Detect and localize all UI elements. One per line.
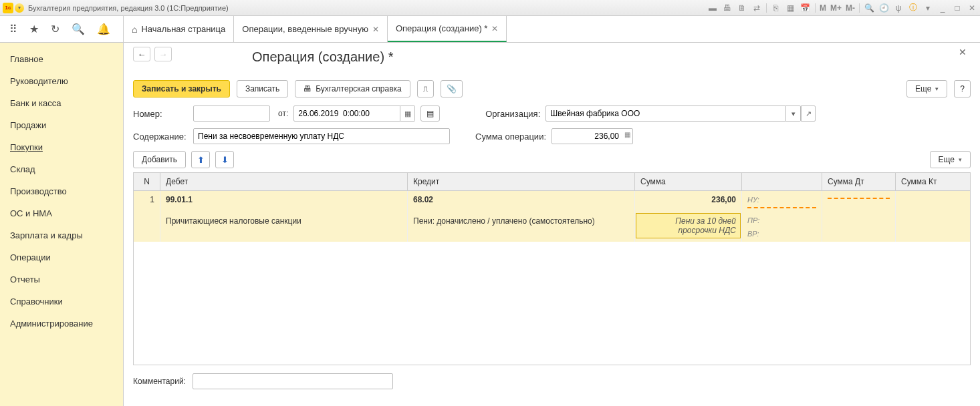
app-menu-dropdown[interactable]: ▾ <box>15 3 24 13</box>
comment-label: Комментарий: <box>133 377 186 386</box>
maximize-icon[interactable]: □ <box>952 3 963 13</box>
tab-home[interactable]: ⌂ Начальная страница <box>124 16 234 42</box>
org-open-icon[interactable]: ↗ <box>801 106 816 122</box>
dashed-underline <box>828 198 890 199</box>
calendar-picker-icon[interactable]: ▦ <box>400 106 415 122</box>
calculator-icon[interactable]: ▦ <box>785 3 796 13</box>
memory-m-minus[interactable]: M- <box>846 3 855 13</box>
sidebar-item-purchases[interactable]: Покупки <box>0 136 123 158</box>
dropdown-icon[interactable]: ▾ <box>923 3 933 13</box>
close-icon[interactable]: ✕ <box>491 24 498 33</box>
cell-credit-account[interactable]: 68.02 <box>408 191 635 212</box>
calendar-icon[interactable]: 📅 <box>800 3 811 13</box>
nav-back-button[interactable]: ← <box>133 47 150 61</box>
sidebar-item-dictionaries[interactable]: Справочники <box>0 290 123 313</box>
org-input[interactable] <box>545 106 786 122</box>
date-input[interactable] <box>293 106 400 122</box>
sidebar-item-bank[interactable]: Банк и касса <box>0 92 123 114</box>
cell-credit-subconto[interactable]: Пени: доначислено / уплачено (самостояте… <box>408 212 635 242</box>
main-toolbar: ⠿ ★ ↻ 🔍 🔔 ⌂ Начальная страница Операции,… <box>0 16 980 43</box>
compare-icon[interactable]: ⇄ <box>751 3 762 13</box>
close-page-icon[interactable]: ✕ <box>959 47 967 57</box>
print-reference-button[interactable]: 🖶 Бухгалтерская справка <box>295 80 410 97</box>
sidebar-item-manager[interactable]: Руководителю <box>0 70 123 92</box>
history-icon[interactable]: ↻ <box>51 23 59 35</box>
structure-button[interactable]: ⎍ <box>417 80 434 97</box>
save-and-close-button[interactable]: Записать и закрыть <box>133 80 230 97</box>
nav-forward-button[interactable]: → <box>154 47 172 61</box>
cell-sumdt[interactable] <box>822 191 896 212</box>
save-button[interactable]: Записать <box>237 80 288 97</box>
cell-debit-account[interactable]: 99.01.1 <box>160 191 408 212</box>
cell-debit-subconto[interactable]: Причитающиеся налоговые санкции <box>160 212 408 242</box>
sidebar-item-main[interactable]: Главное <box>0 48 123 70</box>
header-credit[interactable]: Кредит <box>408 173 635 190</box>
header-sumdt[interactable]: Сумма Дт <box>822 173 896 190</box>
add-row-button[interactable]: Добавить <box>133 151 186 168</box>
move-down-button[interactable]: ⬇ <box>215 151 234 168</box>
memory-m-plus[interactable]: M+ <box>830 3 842 13</box>
header-sumkt[interactable]: Сумма Кт <box>896 173 970 190</box>
op-sum-label: Сумма операции: <box>475 132 546 142</box>
app-icon: 1c <box>3 3 13 13</box>
sidebar-item-production[interactable]: Производство <box>0 180 123 202</box>
search-icon[interactable]: 🔍 <box>72 23 85 35</box>
sidebar-item-operations[interactable]: Операции <box>0 246 123 268</box>
grid-row-sub[interactable]: Причитающиеся налоговые санкции Пени: до… <box>134 212 970 242</box>
content-input[interactable] <box>193 128 450 144</box>
sidebar-item-salary[interactable]: Зарплата и кадры <box>0 224 123 246</box>
print-button-label: Бухгалтерская справка <box>316 84 402 93</box>
tab-label: Операция (создание) * <box>396 23 487 33</box>
sidebar-item-reports[interactable]: Отчеты <box>0 268 123 290</box>
grid-body: 1 99.01.1 68.02 236,00 НУ: Причитающие <box>134 191 970 365</box>
info-icon[interactable]: ⓘ <box>908 3 918 13</box>
clock-icon[interactable]: 🕘 <box>878 3 889 13</box>
tab-operation-create[interactable]: Операция (создание) * ✕ <box>388 16 507 42</box>
comment-input[interactable] <box>193 373 393 389</box>
apps-grid-icon[interactable]: ⠿ <box>9 23 17 35</box>
cell-sumkt[interactable] <box>896 191 970 212</box>
cell-nu: НУ: <box>742 191 822 212</box>
link-icon[interactable]: ⎘ <box>771 3 781 13</box>
operation-sum-input[interactable] <box>552 128 633 144</box>
tab-label: Операции, введенные вручную <box>242 24 368 34</box>
table-more-button[interactable]: Еще ▾ <box>930 151 971 168</box>
tab-operations-list[interactable]: Операции, введенные вручную ✕ <box>234 16 388 42</box>
cell-sum-note-editing[interactable]: Пени за 10 дней просрочки НДС <box>636 213 741 238</box>
print-icon[interactable]: 🖶 <box>722 3 733 13</box>
chevron-down-icon[interactable]: ▾ <box>786 106 801 122</box>
minimize-icon[interactable]: _ <box>937 3 948 13</box>
document-icon[interactable]: 🗎 <box>737 3 747 13</box>
memory-m[interactable]: M <box>820 3 826 13</box>
help-button[interactable]: ? <box>954 80 971 97</box>
sidebar-item-sales[interactable]: Продажи <box>0 114 123 136</box>
chevron-down-icon: ▾ <box>959 156 962 163</box>
header-sum[interactable]: Сумма <box>635 173 742 190</box>
sidebar-item-assets[interactable]: ОС и НМА <box>0 202 123 224</box>
header-n[interactable]: N <box>134 173 160 190</box>
sidebar: Главное Руководителю Банк и касса Продаж… <box>0 43 124 406</box>
grid-header: N Дебет Кредит Сумма Сумма Дт Сумма Кт <box>134 173 970 191</box>
favorite-star-icon[interactable]: ★ <box>29 23 39 35</box>
key-icon[interactable]: ψ <box>893 3 904 13</box>
close-icon[interactable]: ✕ <box>372 25 379 34</box>
zoom-icon[interactable]: 🔍 <box>864 3 874 13</box>
header-debit[interactable]: Дебет <box>160 173 408 190</box>
attach-button[interactable]: 📎 <box>441 80 463 97</box>
number-input[interactable] <box>193 106 270 122</box>
grid-row[interactable]: 1 99.01.1 68.02 236,00 НУ: <box>134 191 970 212</box>
close-window-icon[interactable]: ✕ <box>967 3 977 13</box>
cell-pr: ПР: ВР: <box>742 212 822 242</box>
date-stamp-button[interactable]: ▤ <box>420 106 440 122</box>
sidebar-item-warehouse[interactable]: Склад <box>0 158 123 180</box>
sidebar-item-admin[interactable]: Администрирование <box>0 313 123 335</box>
org-label: Организация: <box>485 109 540 119</box>
cell-sum[interactable]: 236,00 <box>635 191 742 212</box>
bell-icon[interactable]: 🔔 <box>97 23 110 35</box>
more-button[interactable]: Еще ▾ <box>906 80 947 97</box>
tabs: ⌂ Начальная страница Операции, введенные… <box>124 16 507 42</box>
save-file-icon[interactable]: ▬ <box>707 3 718 13</box>
move-up-button[interactable]: ⬆ <box>191 151 210 168</box>
content-label: Содержание: <box>133 132 188 142</box>
number-label: Номер: <box>133 109 188 119</box>
